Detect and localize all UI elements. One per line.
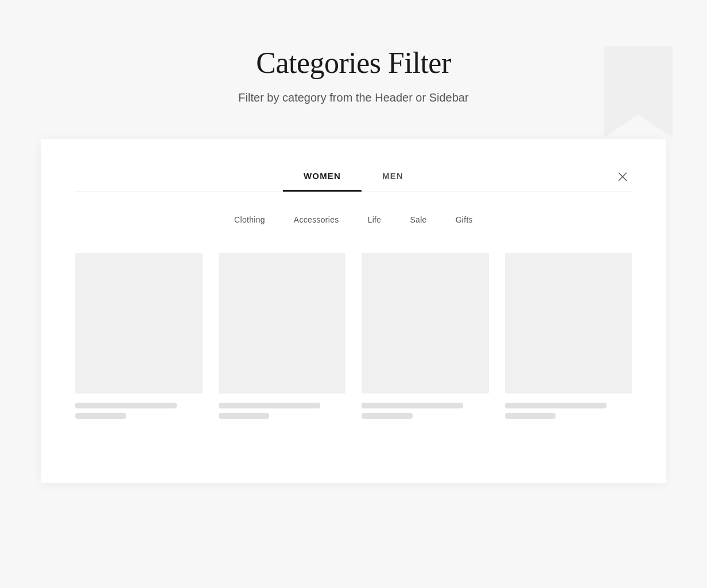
category-gifts[interactable]: Gifts — [456, 215, 473, 224]
product-price-placeholder-2 — [219, 413, 270, 419]
modal-header: WOMEN MEN — [75, 162, 632, 192]
product-title-placeholder-2 — [219, 403, 320, 408]
category-nav: Clothing Accessories Life Sale Gifts — [75, 209, 632, 230]
product-card-4[interactable] — [505, 253, 632, 419]
decorative-shape — [604, 46, 673, 138]
page-title: Categories Filter — [238, 46, 468, 80]
close-button[interactable] — [613, 168, 632, 186]
category-sale[interactable]: Sale — [410, 215, 426, 224]
category-accessories[interactable]: Accessories — [294, 215, 339, 224]
category-clothing[interactable]: Clothing — [234, 215, 265, 224]
product-title-placeholder-3 — [362, 403, 463, 408]
product-price-placeholder-1 — [75, 413, 126, 419]
product-title-placeholder-1 — [75, 403, 177, 408]
close-icon — [617, 172, 628, 182]
tab-men[interactable]: MEN — [362, 162, 424, 192]
product-price-placeholder-3 — [362, 413, 413, 419]
tabs-container: WOMEN MEN — [283, 162, 424, 192]
modal-container: WOMEN MEN Clothing Accessories Life Sale… — [41, 139, 666, 483]
product-image-4 — [505, 253, 632, 394]
product-price-placeholder-4 — [505, 413, 556, 419]
product-card-1[interactable] — [75, 253, 203, 419]
product-title-placeholder-4 — [505, 403, 607, 408]
tab-women[interactable]: WOMEN — [283, 162, 362, 192]
page-header: Categories Filter Filter by category fro… — [238, 0, 468, 139]
product-card-3[interactable] — [362, 253, 489, 419]
products-grid — [75, 253, 632, 419]
product-card-2[interactable] — [219, 253, 346, 419]
product-image-2 — [219, 253, 346, 394]
product-image-3 — [362, 253, 489, 394]
page-subtitle: Filter by category from the Header or Si… — [238, 91, 468, 104]
category-life[interactable]: Life — [368, 215, 382, 224]
product-image-1 — [75, 253, 203, 394]
